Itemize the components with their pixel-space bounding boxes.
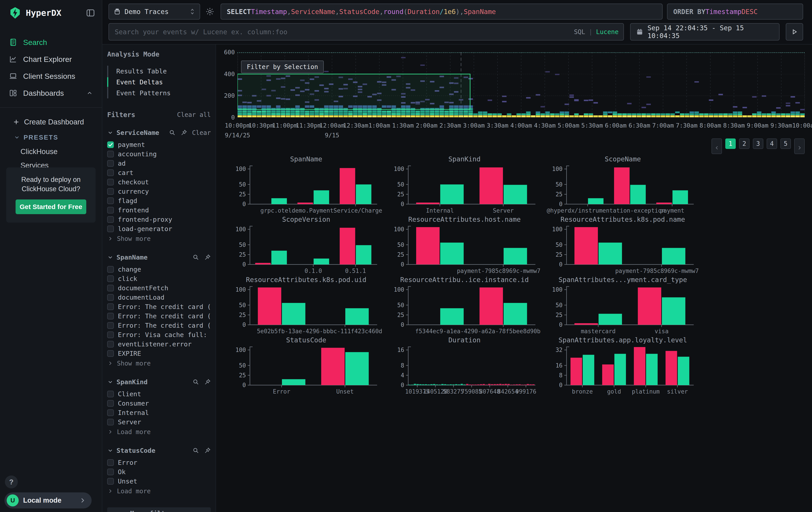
filter-option-client[interactable]: Client [107, 389, 211, 399]
run-query-button[interactable] [786, 23, 803, 41]
create-dashboard-button[interactable]: Create Dashboard [0, 114, 102, 130]
filter-option-accounting[interactable]: accounting [107, 150, 211, 159]
collapse-sidebar-icon[interactable] [86, 8, 95, 18]
chevron-down-icon[interactable] [107, 448, 113, 454]
source-settings-button[interactable] [205, 7, 215, 16]
checkbox[interactable] [107, 188, 114, 195]
filter-option-frontend-proxy[interactable]: frontend-proxy [107, 215, 211, 224]
show-more-spanname[interactable]: Show more [107, 359, 211, 368]
checkbox[interactable] [107, 400, 114, 407]
checkbox[interactable] [107, 313, 114, 319]
pagination-page-3[interactable]: 3 [753, 138, 763, 149]
checkbox[interactable] [107, 294, 114, 301]
pagination-next-button[interactable] [794, 138, 805, 154]
filter-option-consumer[interactable]: Consumer [107, 399, 211, 408]
sidebar-item-chart-explorer[interactable]: Chart Explorer [0, 51, 102, 68]
checkbox[interactable] [107, 179, 114, 185]
checkbox[interactable] [107, 341, 114, 348]
search-icon[interactable] [169, 129, 176, 136]
checkbox[interactable] [107, 225, 114, 232]
filter-option-ad[interactable]: ad [107, 159, 211, 168]
filter-option-click[interactable]: click [107, 274, 211, 284]
pagination-prev-button[interactable] [712, 138, 722, 154]
lang-sql-option[interactable]: SQL [574, 28, 585, 36]
checkbox[interactable] [107, 169, 114, 176]
clear-all-filters-button[interactable]: Clear all [177, 111, 211, 118]
preset-clickhouse[interactable]: ClickHouse [0, 145, 102, 159]
filter-option-cart[interactable]: cart [107, 168, 211, 178]
search-icon[interactable] [193, 379, 199, 385]
checkbox[interactable] [107, 459, 114, 466]
filter-option-change[interactable]: change [107, 265, 211, 274]
analysis-mode-event-deltas[interactable]: Event Deltas [108, 77, 211, 87]
filter-option-expire[interactable]: EXPIRE [107, 349, 211, 358]
checkbox[interactable] [107, 478, 114, 485]
filter-option-eventlistener-error[interactable]: eventListener.error [107, 340, 211, 349]
lang-lucene-option[interactable]: Lucene [596, 28, 618, 36]
filter-option-error-the-credit-card[interactable]: Error: The credit card (… [107, 302, 211, 312]
search-input[interactable] [109, 23, 624, 41]
pin-icon[interactable] [204, 447, 211, 454]
pagination-page-4[interactable]: 4 [766, 138, 777, 149]
filter-option-error-the-credit-card[interactable]: Error: The credit card (… [107, 321, 211, 330]
checkbox[interactable] [107, 275, 114, 282]
chevron-down-icon[interactable] [107, 130, 113, 136]
pin-icon[interactable] [204, 254, 211, 261]
filter-option-internal[interactable]: Internal [107, 408, 211, 417]
order-by-input[interactable]: ORDER BY Timestamp DESC [667, 4, 803, 20]
sidebar-item-dashboards[interactable]: Dashboards [0, 85, 102, 102]
checkbox[interactable] [107, 285, 114, 291]
filter-option-unset[interactable]: Unset [107, 477, 211, 486]
load-more-statuscode[interactable]: Load more [107, 486, 211, 496]
pin-icon[interactable] [204, 379, 211, 385]
filter-option-server[interactable]: Server [107, 417, 211, 427]
pagination-page-5[interactable]: 5 [780, 138, 791, 149]
checkbox[interactable] [107, 350, 114, 357]
pin-icon[interactable] [180, 129, 187, 136]
get-started-button[interactable]: Get Started for Free [16, 199, 86, 214]
checkbox[interactable] [107, 468, 114, 475]
checkbox[interactable] [107, 409, 114, 416]
clear-group-button[interactable]: Clear [192, 129, 211, 136]
filter-option-error-the-credit-card[interactable]: Error: The credit card (… [107, 312, 211, 321]
pagination-page-2[interactable]: 2 [739, 138, 750, 149]
filter-by-selection-button[interactable]: Filter by Selection [241, 60, 324, 73]
checkbox[interactable] [107, 197, 114, 204]
filter-option-ok[interactable]: Ok [107, 467, 211, 477]
checkbox[interactable] [107, 391, 114, 397]
show-more-servicename[interactable]: Show more [107, 234, 211, 243]
presets-toggle[interactable]: PRESETS [0, 130, 102, 145]
checkbox[interactable] [107, 207, 114, 214]
filter-option-checkout[interactable]: checkout [107, 178, 211, 187]
checkbox[interactable] [107, 151, 114, 157]
filter-option-error[interactable]: Error [107, 458, 211, 467]
sidebar-item-client-sessions[interactable]: Client Sessions [0, 68, 102, 85]
checkbox[interactable] [107, 160, 114, 167]
checkbox-checked[interactable] [107, 141, 114, 148]
filter-option-frontend[interactable]: frontend [107, 206, 211, 215]
search-icon[interactable] [193, 447, 199, 454]
checkbox[interactable] [107, 322, 114, 329]
filter-option-flagd[interactable]: flagd [107, 196, 211, 206]
pagination-page-1[interactable]: 1 [725, 138, 736, 149]
filter-option-currency[interactable]: currency [107, 187, 211, 196]
filter-option-documentload[interactable]: documentLoad [107, 293, 211, 302]
filter-option-payment[interactable]: payment [107, 140, 211, 150]
checkbox[interactable] [107, 419, 114, 425]
filter-option-documentfetch[interactable]: documentFetch [107, 284, 211, 293]
checkbox[interactable] [107, 303, 114, 310]
local-mode-menu[interactable]: U Local mode [4, 492, 92, 508]
chevron-down-icon[interactable] [107, 379, 113, 385]
checkbox[interactable] [107, 266, 114, 273]
help-button[interactable]: ? [5, 476, 18, 488]
analysis-mode-event-patterns[interactable]: Event Patterns [108, 87, 211, 99]
sidebar-item-search[interactable]: Search [0, 34, 102, 51]
filter-option-load-generator[interactable]: load-generator [107, 224, 211, 234]
source-select[interactable]: Demo Traces [109, 4, 200, 20]
search-icon[interactable] [193, 254, 199, 261]
filter-option-error-visa-cache-full[interactable]: Error: Visa cache full: … [107, 330, 211, 340]
more-filters-button[interactable]: More filters [107, 507, 211, 512]
sql-select-input[interactable]: SELECT Timestamp, ServiceName, StatusCod… [221, 4, 663, 20]
analysis-mode-results-table[interactable]: Results Table [108, 66, 211, 77]
checkbox[interactable] [107, 216, 114, 223]
